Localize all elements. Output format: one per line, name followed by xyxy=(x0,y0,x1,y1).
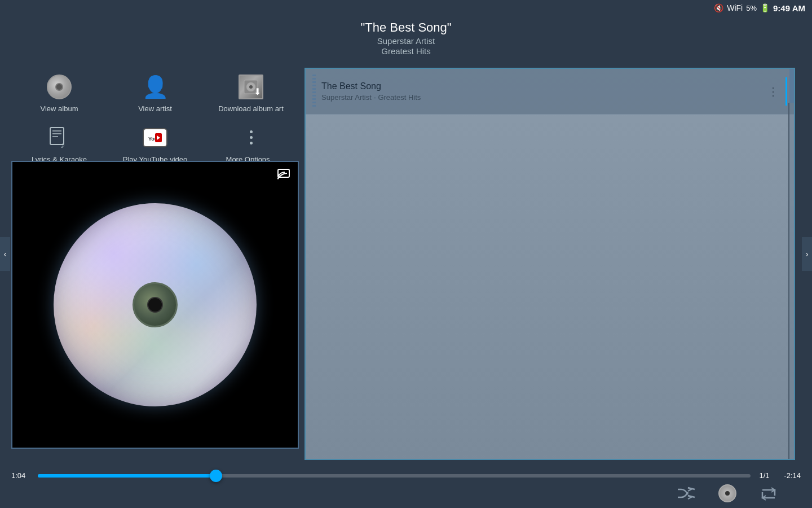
view-album-label: View album xyxy=(41,104,78,113)
right-arrow-button[interactable]: › xyxy=(802,237,812,271)
battery-level: 5% xyxy=(746,4,757,12)
progress-thumb[interactable] xyxy=(210,470,222,482)
visualizer-button[interactable] xyxy=(718,484,736,502)
scroll-track xyxy=(788,103,789,459)
cd-hole-icon xyxy=(725,491,730,496)
album-art-panel xyxy=(11,161,299,449)
time-remaining: -2:14 xyxy=(778,471,801,480)
playlist-scrollbar[interactable] xyxy=(789,69,794,459)
cd-hole xyxy=(147,297,163,313)
view-album-button[interactable]: View album xyxy=(11,68,107,119)
playlist-item-info: The Best Song Superstar Artist - Greates… xyxy=(321,81,763,102)
svg-text:♪: ♪ xyxy=(60,140,65,150)
shuffle-button[interactable] xyxy=(677,486,696,501)
wifi-icon: WiFi xyxy=(727,3,743,12)
playlist-item-subtitle: Superstar Artist - Greatest Hits xyxy=(321,93,763,102)
status-bar: 🔇 WiFi 5% 🔋 9:49 AM xyxy=(699,0,812,16)
battery-icon: 🔋 xyxy=(760,3,770,12)
playlist-item-menu-button[interactable]: ⋮ xyxy=(763,85,783,98)
progress-fill xyxy=(38,474,216,478)
header: "The Best Song" Superstar Artist Greates… xyxy=(0,16,812,56)
person-icon: 👤 xyxy=(142,73,169,100)
track-position: 1/1 xyxy=(757,471,771,480)
song-title: "The Best Song" xyxy=(0,20,812,35)
time-current: 1:04 xyxy=(11,471,31,480)
cd-center xyxy=(133,282,178,327)
download-albumart-label: Download album art xyxy=(218,104,284,113)
progress-bar[interactable] xyxy=(38,474,751,478)
left-arrow-button[interactable]: ‹ xyxy=(0,237,10,271)
playlist-item[interactable]: The Best Song Superstar Artist - Greates… xyxy=(306,69,794,115)
youtube-icon: You xyxy=(142,124,169,151)
cd-icon xyxy=(46,73,73,100)
playlist-panel: The Best Song Superstar Artist - Greates… xyxy=(304,68,795,460)
svg-point-2 xyxy=(249,85,253,89)
view-artist-button[interactable]: 👤 View artist xyxy=(107,68,203,119)
quick-actions: View album 👤 View artist Download album … xyxy=(11,68,299,169)
download-album-art-button[interactable]: Download album art xyxy=(203,68,299,119)
view-artist-label: View artist xyxy=(138,104,172,113)
album-name: Greatest Hits xyxy=(0,46,812,56)
cd-disc xyxy=(54,203,257,406)
download-albumart-icon xyxy=(237,73,264,100)
mute-icon: 🔇 xyxy=(714,3,723,12)
cast-button[interactable] xyxy=(277,168,292,183)
playlist-progress-indicator xyxy=(785,77,787,106)
playlist-indicator xyxy=(312,75,316,108)
playback-controls xyxy=(0,484,812,502)
artist-name: Superstar Artist xyxy=(0,36,812,46)
playlist-scrollbar-thumb xyxy=(789,69,794,103)
cd-artwork xyxy=(12,162,298,448)
playlist-item-title: The Best Song xyxy=(321,81,763,91)
repeat-button[interactable] xyxy=(759,485,778,501)
lyrics-icon: ♪ xyxy=(46,124,73,151)
clock: 9:49 AM xyxy=(773,3,805,13)
more-options-icon xyxy=(237,124,264,151)
progress-container: 1:04 1/1 -2:14 xyxy=(11,471,801,480)
